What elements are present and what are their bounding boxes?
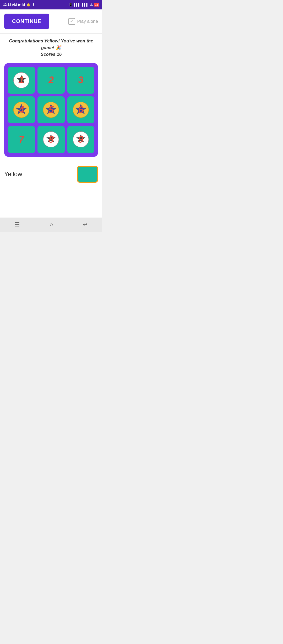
signal-icon2: ▌▌▌ [82,3,89,7]
player-color-indicator [77,166,98,183]
cell-5[interactable]: 5 [37,96,64,123]
game-grid: 1 2 3 4 [8,67,94,153]
cell-7[interactable]: 7 [8,126,35,153]
download-icon: ⬇ [32,3,35,7]
cell-9[interactable]: 9 [67,126,94,153]
cell-3[interactable]: 3 [67,67,94,94]
notification-icon: 🔔 [26,3,30,7]
player-name: Yellow [4,170,22,178]
cell-number-4: 4 [19,104,24,115]
battery-display: 15 [94,3,99,7]
status-left: 12:18 AM ▶ M 🔔 ⬇ [3,3,35,7]
toolbar: CONTINUE ✓ Play alone [4,14,98,29]
cell-number-7: 7 [19,134,24,145]
cell-number-3: 3 [78,75,83,86]
play-alone-checkbox[interactable]: ✓ [68,18,75,25]
congrats-line2: game! 🎉 [41,45,61,50]
cell-4[interactable]: 4 [8,96,35,123]
cell-6[interactable]: 6 [67,96,94,123]
play-alone-label: Play alone [77,19,98,24]
player-row: Yellow [4,163,98,185]
continue-button[interactable]: CONTINUE [4,14,49,29]
cell-number-9: 9 [78,134,83,145]
status-bar: 12:18 AM ▶ M 🔔 ⬇ 📳 ▌▌▌ ▌▌▌ ⚠ 15 [0,0,102,9]
congrats-line1: Congratulations Yellow! You've won the [9,38,93,43]
menu-button[interactable]: ☰ [15,221,20,228]
status-right: 📳 ▌▌▌ ▌▌▌ ⚠ 15 [69,3,99,7]
main-content: CONTINUE ✓ Play alone Congratulations Ye… [0,9,102,218]
youtube-icon: ▶ [18,3,21,7]
game-board: 1 2 3 4 [4,63,98,157]
cell-number-1: 1 [19,75,24,86]
cell-8[interactable]: 8 [37,126,64,153]
cell-number-6: 6 [78,104,83,115]
back-button[interactable]: ↩ [83,221,88,228]
vibrate-icon: 📳 [69,3,73,7]
cell-number-2: 2 [48,75,54,86]
gmail-icon: M [22,3,25,7]
scores-label: Scores 16 [41,52,62,57]
warning-icon: ⚠ [90,3,93,7]
cell-2[interactable]: 2 [37,67,64,94]
cell-number-8: 8 [48,134,54,145]
time-display: 12:18 AM [3,3,17,7]
divider [0,33,102,34]
home-button[interactable]: ○ [50,221,53,228]
cell-1[interactable]: 1 [8,67,35,94]
cell-number-5: 5 [48,104,54,115]
congrats-message: Congratulations Yellow! You've won the g… [4,38,98,58]
bottom-nav: ☰ ○ ↩ [0,218,102,232]
signal-icon: ▌▌▌ [74,3,81,7]
play-alone-toggle[interactable]: ✓ Play alone [68,18,98,25]
